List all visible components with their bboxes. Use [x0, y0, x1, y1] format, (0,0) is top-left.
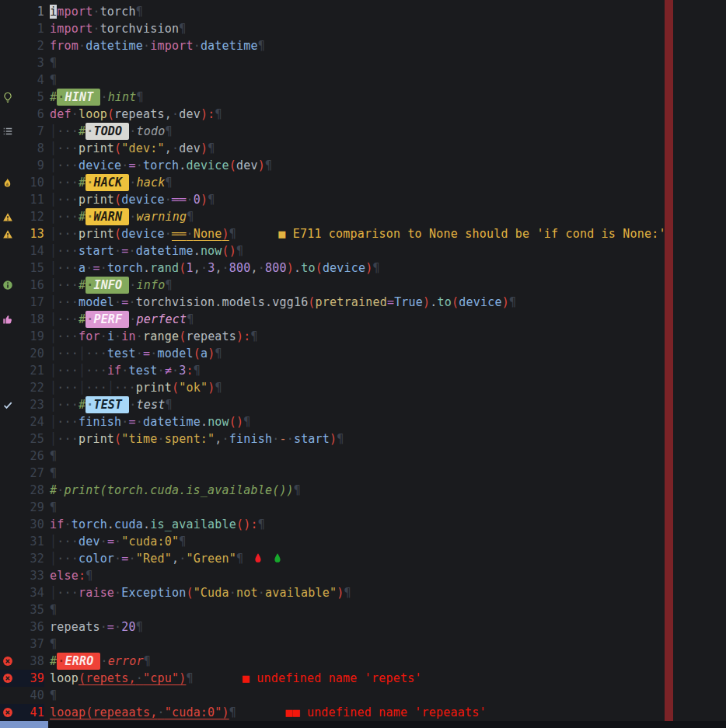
line-number: 37 [19, 636, 44, 653]
code-line[interactable]: 3¶ [0, 54, 726, 71]
code-line[interactable]: 20│···│···test·=·model(a)¶ [0, 345, 726, 362]
code-line[interactable]: 14│···start·=·datetime.now()¶ [0, 242, 726, 260]
sign-column [0, 71, 19, 89]
code-line[interactable]: 5#·HINT·hint¶ [0, 89, 726, 106]
code-text[interactable]: │···#·WARN·warning¶ [44, 208, 194, 225]
code-line[interactable]: 15│···a·=·torch.rand(1,·3,·800,·800).to(… [0, 260, 726, 277]
code-line[interactable]: 40¶ [0, 687, 726, 704]
code-line[interactable]: 25│···print("time·spent:",·finish·-·star… [0, 430, 726, 448]
code-text[interactable]: │···a·=·torch.rand(1,·3,·800,·800).to(de… [44, 260, 380, 277]
comment-tag-chip: ·TODO [86, 123, 129, 140]
gutter: 31 [0, 533, 44, 550]
code-text[interactable]: #·ERRO·error¶ [44, 653, 151, 670]
code-line[interactable]: 32│···color·=·"Red",·"Green"¶ [0, 550, 726, 567]
code-text[interactable]: ¶ [44, 54, 57, 71]
thumbsup-icon [0, 311, 19, 328]
gutter: 16 [0, 277, 44, 294]
code-text[interactable]: import·torchvision¶ [44, 20, 186, 37]
code-text[interactable]: looap(repeaats,·"cuda:0")¶■■ undefined n… [44, 704, 487, 721]
code-text[interactable]: │···print("dev:",·dev)¶ [44, 140, 215, 157]
code-line[interactable]: 12│···#·WARN·warning¶ [0, 208, 726, 225]
statusline [0, 721, 726, 728]
code-line[interactable]: 16│···#·INFO·info¶ [0, 277, 726, 294]
gutter: 12 [0, 208, 44, 225]
code-line[interactable]: 11│···print(device·══·0)¶ [0, 191, 726, 208]
code-text[interactable]: │···color·=·"Red",·"Green"¶ [44, 550, 282, 567]
code-line[interactable]: 19│···for·i·in·range(repeats):¶ [0, 328, 726, 345]
code-line[interactable]: 1import·torchvision¶ [0, 20, 726, 37]
code-line[interactable]: 36repeats·=·20¶ [0, 618, 726, 636]
code-text[interactable]: ¶ [44, 465, 57, 482]
code-text[interactable]: │···│···│···print("ok")¶ [44, 379, 222, 396]
code-text[interactable]: │···dev·=·"cuda:0"¶ [44, 533, 186, 550]
code-line[interactable]: 37¶ [0, 636, 726, 653]
sign-column [0, 413, 19, 430]
code-text[interactable]: #·HINT·hint¶ [44, 89, 144, 106]
code-line[interactable]: 28#·print(torch.cuda.is_available())¶ [0, 482, 726, 499]
code-text[interactable]: ¶ [44, 448, 57, 465]
code-line[interactable]: 9│···device·=·torch.device(dev)¶ [0, 157, 726, 174]
code-text[interactable]: │···│···test·=·model(a)¶ [44, 345, 222, 362]
code-line[interactable]: 4¶ [0, 71, 726, 89]
code-text[interactable]: else:¶ [44, 567, 92, 584]
code-line[interactable]: 7│···#·TODO·todo¶ [0, 123, 726, 140]
code-text[interactable]: │···#·INFO·info¶ [44, 277, 173, 294]
code-text[interactable]: │···finish·=·datetime.now()¶ [44, 413, 251, 430]
code-line[interactable]: 13│···print(device·══·None)¶■ E711 compa… [0, 225, 726, 242]
code-line[interactable]: 26¶ [0, 448, 726, 465]
code-line[interactable]: 2from·datetime·import·datetime¶ [0, 37, 726, 54]
code-line[interactable]: 31│···dev·=·"cuda:0"¶ [0, 533, 726, 550]
code-text[interactable]: │···#·PERF·perfect¶ [44, 311, 194, 328]
code-text[interactable]: ¶ [44, 499, 57, 516]
code-text[interactable]: │···model·=·torchvision.models.vgg16(pre… [44, 294, 516, 311]
code-line[interactable]: 22│···│···│···print("ok")¶ [0, 379, 726, 396]
code-line[interactable]: 34│···raise·Exception("Cuda·not·availabl… [0, 584, 726, 601]
code-line[interactable]: 6def·loop(repeats,·dev):¶ [0, 106, 726, 123]
code-line[interactable]: 35¶ [0, 601, 726, 618]
code-text[interactable]: loop(repets,·"cpu")¶■ undefined name 're… [44, 670, 422, 687]
code-text[interactable]: ¶ [44, 601, 57, 618]
code-line[interactable]: 18│···#·PERF·perfect¶ [0, 311, 726, 328]
code-text[interactable]: │···start·=·datetime.now()¶ [44, 242, 243, 260]
code-line[interactable]: 10│···#·HACK·hack¶ [0, 174, 726, 191]
code-line[interactable]: 29¶ [0, 499, 726, 516]
code-text[interactable]: │···│···if·test·≠·3:¶ [44, 362, 201, 379]
code-text[interactable]: │···raise·Exception("Cuda·not·available"… [44, 584, 351, 601]
sign-column [0, 157, 19, 174]
code-line[interactable]: 41looap(repeaats,·"cuda:0")¶■■ undefined… [0, 704, 726, 721]
code-text[interactable]: from·datetime·import·datetime¶ [44, 37, 265, 54]
code-line[interactable]: 21│···│···if·test·≠·3:¶ [0, 362, 726, 379]
code-text[interactable]: import·torch¶ [44, 3, 143, 20]
code-line[interactable]: 27¶ [0, 465, 726, 482]
code-text[interactable]: │···device·=·torch.device(dev)¶ [44, 157, 272, 174]
code-line[interactable]: 8│···print("dev:",·dev)¶ [0, 140, 726, 157]
code-line[interactable]: 23│···#·TEST·test¶ [0, 396, 726, 413]
code-text[interactable]: │···print(device·══·None)¶■ E711 compari… [44, 225, 666, 242]
code-text[interactable]: ¶ [44, 687, 57, 704]
line-number: 27 [19, 465, 44, 482]
code-text[interactable]: if·torch.cuda.is_available():¶ [44, 516, 265, 533]
code-area[interactable]: 1import·torch¶1import·torchvision¶2from·… [0, 0, 726, 721]
sign-column [0, 3, 19, 20]
code-line[interactable]: 17│···model·=·torchvision.models.vgg16(p… [0, 294, 726, 311]
gutter: 7 [0, 123, 44, 140]
code-line[interactable]: 1import·torch¶ [0, 3, 726, 20]
code-line[interactable]: 24│···finish·=·datetime.now()¶ [0, 413, 726, 430]
code-text[interactable]: │···print(device·══·0)¶ [44, 191, 215, 208]
code-line[interactable]: 33else:¶ [0, 567, 726, 584]
sign-column [0, 567, 19, 584]
code-text[interactable]: │···#·TEST·test¶ [44, 396, 173, 413]
code-text[interactable]: def·loop(repeats,·dev):¶ [44, 106, 222, 123]
code-text[interactable]: │···#·TODO·todo¶ [44, 123, 173, 140]
code-text[interactable]: ¶ [44, 71, 57, 89]
code-text[interactable]: │···print("time·spent:",·finish·-·start)… [44, 430, 344, 448]
code-text[interactable]: ¶ [44, 636, 57, 653]
code-line[interactable]: 38#·ERRO·error¶ [0, 653, 726, 670]
code-text[interactable]: repeats·=·20¶ [44, 618, 143, 636]
code-line[interactable]: 39loop(repets,·"cpu")¶■ undefined name '… [0, 670, 726, 687]
code-text[interactable]: #·print(torch.cuda.is_available())¶ [44, 482, 301, 499]
code-text[interactable]: │···#·HACK·hack¶ [44, 174, 173, 191]
code-line[interactable]: 30if·torch.cuda.is_available():¶ [0, 516, 726, 533]
gutter: 15 [0, 260, 44, 277]
code-text[interactable]: │···for·i·in·range(repeats):¶ [44, 328, 258, 345]
